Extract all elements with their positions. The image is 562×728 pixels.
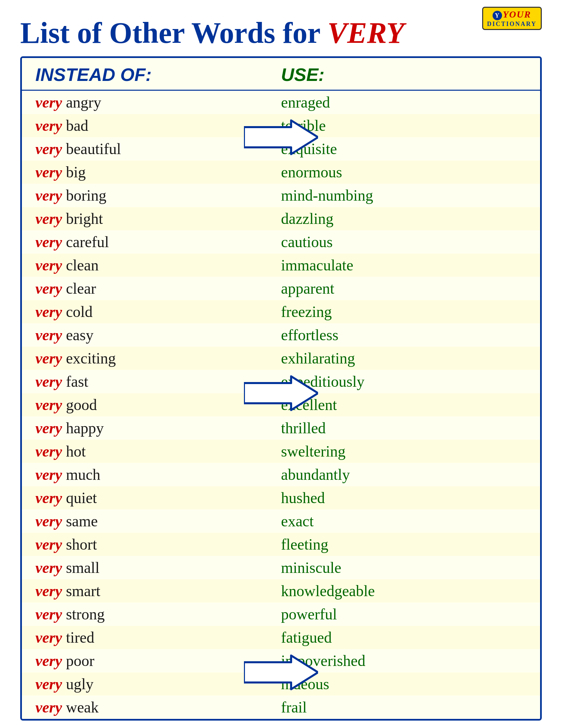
logo-area: YYOUR DICTIONARY bbox=[482, 7, 542, 30]
left-cell: very strong bbox=[35, 605, 281, 623]
left-cell: very tired bbox=[35, 629, 281, 646]
right-cell: mind-numbing bbox=[281, 186, 527, 204]
word-label: clean bbox=[62, 257, 99, 274]
right-cell: effortless bbox=[281, 326, 527, 344]
right-cell: enraged bbox=[281, 93, 527, 111]
word-label: easy bbox=[62, 326, 93, 344]
left-cell: very beautiful bbox=[35, 140, 281, 158]
table-row: very clearapparent bbox=[22, 277, 540, 300]
table-row: very carefulcautious bbox=[22, 230, 540, 254]
right-cell: apparent bbox=[281, 280, 527, 297]
left-cell: very smart bbox=[35, 582, 281, 600]
right-cell: hideous bbox=[281, 675, 527, 693]
left-cell: very quiet bbox=[35, 489, 281, 507]
right-cell: sweltering bbox=[281, 442, 527, 460]
left-cell: very weak bbox=[35, 698, 281, 716]
table-row: very coldfreezing bbox=[22, 300, 540, 323]
table-row: very hotsweltering bbox=[22, 440, 540, 463]
word-label: beautiful bbox=[62, 140, 121, 157]
right-cell: hushed bbox=[281, 489, 527, 507]
very-label: very bbox=[35, 257, 62, 274]
word-label: tired bbox=[62, 629, 94, 646]
word-label: quiet bbox=[62, 489, 97, 506]
word-label: fast bbox=[62, 373, 88, 390]
right-cell: enormous bbox=[281, 163, 527, 181]
very-label: very bbox=[35, 326, 62, 344]
word-label: boring bbox=[62, 187, 106, 204]
right-cell: cautious bbox=[281, 233, 527, 251]
very-label: very bbox=[35, 140, 62, 157]
very-label: very bbox=[35, 652, 62, 669]
header-use: USE: bbox=[281, 64, 527, 85]
right-cell: powerful bbox=[281, 605, 527, 623]
right-cell: abundantly bbox=[281, 466, 527, 484]
word-label: bad bbox=[62, 117, 88, 134]
left-cell: very short bbox=[35, 535, 281, 553]
table-row: very strongpowerful bbox=[22, 603, 540, 626]
right-cell: exhilarating bbox=[281, 349, 527, 367]
word-label: small bbox=[62, 559, 99, 576]
table-row: very smallminiscule bbox=[22, 556, 540, 579]
word-label: exciting bbox=[62, 350, 116, 367]
left-cell: very easy bbox=[35, 326, 281, 344]
right-cell: dazzling bbox=[281, 210, 527, 228]
left-cell: very poor bbox=[35, 652, 281, 670]
word-label: strong bbox=[62, 606, 105, 623]
table-row: very poorimpoverished bbox=[22, 649, 540, 672]
right-cell: frail bbox=[281, 698, 527, 716]
very-label: very bbox=[35, 280, 62, 297]
left-cell: very small bbox=[35, 559, 281, 577]
right-cell: thrilled bbox=[281, 419, 527, 437]
table-row: very badterrible bbox=[22, 114, 540, 137]
table-row: very angryenraged bbox=[22, 91, 540, 114]
table-row: very beautifulexquisite bbox=[22, 137, 540, 161]
word-label: cold bbox=[62, 303, 93, 320]
very-label: very bbox=[35, 94, 62, 111]
table-row: very boringmind-numbing bbox=[22, 184, 540, 207]
left-cell: very careful bbox=[35, 233, 281, 251]
very-label: very bbox=[35, 513, 62, 530]
word-label: careful bbox=[62, 233, 109, 251]
word-label: hot bbox=[62, 443, 86, 460]
right-cell: fatigued bbox=[281, 629, 527, 646]
very-label: very bbox=[35, 699, 62, 716]
word-label: same bbox=[62, 513, 98, 530]
right-cell: freezing bbox=[281, 303, 527, 321]
very-label: very bbox=[35, 303, 62, 320]
left-cell: very angry bbox=[35, 93, 281, 111]
word-label: big bbox=[62, 164, 86, 181]
right-cell: miniscule bbox=[281, 559, 527, 577]
table-row: very muchabundantly bbox=[22, 463, 540, 486]
very-label: very bbox=[35, 350, 62, 367]
very-label: very bbox=[35, 559, 62, 576]
right-cell: terrible bbox=[281, 117, 527, 135]
very-label: very bbox=[35, 117, 62, 134]
word-label: ugly bbox=[62, 675, 93, 693]
very-label: very bbox=[35, 466, 62, 483]
left-cell: very exciting bbox=[35, 349, 281, 367]
word-label: bright bbox=[62, 210, 103, 227]
very-label: very bbox=[35, 443, 62, 460]
word-label: smart bbox=[62, 582, 100, 600]
table-row: very brightdazzling bbox=[22, 207, 540, 230]
very-label: very bbox=[35, 233, 62, 251]
table-row: very excitingexhilarating bbox=[22, 347, 540, 370]
table-body: very angryenragedvery badterriblevery be… bbox=[22, 91, 540, 719]
table-row: very quiethushed bbox=[22, 486, 540, 509]
right-cell: impoverished bbox=[281, 652, 527, 670]
main-table: INSTEAD OF: USE: very angryenragedvery b… bbox=[20, 56, 542, 721]
page-title: List of Other Words for VERY bbox=[20, 17, 542, 50]
word-label: weak bbox=[62, 699, 99, 716]
right-cell: expeditiously bbox=[281, 373, 527, 390]
right-cell: excellent bbox=[281, 396, 527, 414]
very-label: very bbox=[35, 489, 62, 506]
left-cell: very good bbox=[35, 396, 281, 414]
table-row: very weakfrail bbox=[22, 696, 540, 719]
table-row: very tiredfatigued bbox=[22, 626, 540, 649]
table-row: very fastexpeditiously bbox=[22, 370, 540, 393]
left-cell: very boring bbox=[35, 186, 281, 204]
left-cell: very cold bbox=[35, 303, 281, 321]
table-row: very happythrilled bbox=[22, 416, 540, 440]
table-row: very smartknowledgeable bbox=[22, 579, 540, 603]
logo-your: YYOUR bbox=[493, 10, 531, 20]
